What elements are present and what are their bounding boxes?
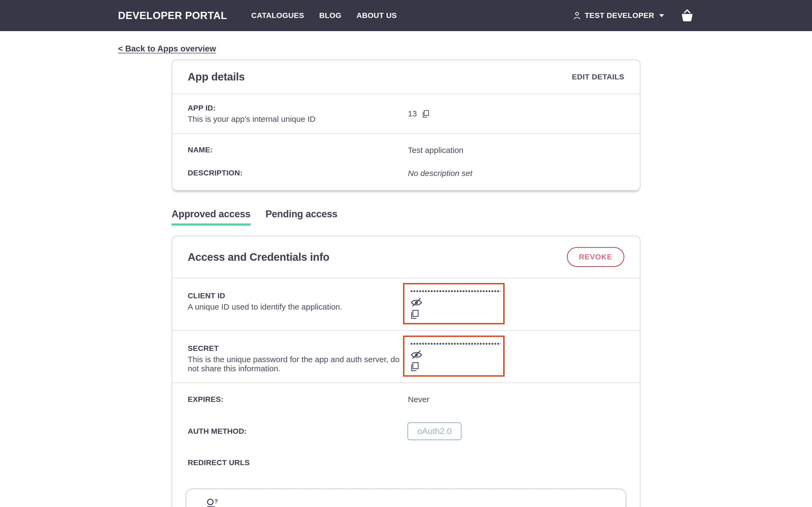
app-id-label-block: APP ID: This is your app's internal uniq… <box>188 104 408 124</box>
navbar-right: TEST DEVELOPER <box>572 9 694 22</box>
auth-method-row: AUTH METHOD: oAuth2.0 <box>172 413 640 449</box>
basket-button[interactable] <box>680 9 694 22</box>
credentials-title: Access and Credentials info <box>188 251 329 263</box>
access-tabs: Approved access Pending access <box>171 209 641 226</box>
client-id-description: A unique ID used to identify the applica… <box>188 302 408 312</box>
secret-masked-value: •••••••••••••••••••••••••••••••• <box>410 340 501 348</box>
app-id-value: 13 <box>408 109 417 118</box>
tab-pending-access[interactable]: Pending access <box>265 209 338 226</box>
brand-logo[interactable]: DEVELOPER PORTAL <box>118 10 227 21</box>
client-id-value-cell: •••••••••••••••••••••••••••••••• <box>408 283 624 324</box>
auth-method-badge: oAuth2.0 <box>407 422 462 440</box>
name-label: NAME: <box>188 146 408 155</box>
edit-details-button[interactable]: EDIT DETAILS <box>572 73 624 81</box>
client-id-masked-value: •••••••••••••••••••••••••••••••• <box>410 288 501 295</box>
name-row: NAME: Test application <box>172 134 640 162</box>
person-at-laptop-icon: ? <box>202 497 610 507</box>
description-value: No description set <box>408 169 624 178</box>
main-content: App details EDIT DETAILS APP ID: This is… <box>171 60 641 507</box>
user-menu-label: TEST DEVELOPER <box>585 11 654 20</box>
user-menu[interactable]: TEST DEVELOPER <box>572 11 664 20</box>
copy-icon[interactable] <box>410 362 498 372</box>
main-nav: CATALOGUES BLOG ABOUT US <box>251 11 397 20</box>
copy-icon[interactable] <box>410 309 498 319</box>
expires-value: Never <box>408 395 624 404</box>
client-id-secret-box: •••••••••••••••••••••••••••••••• <box>403 283 505 324</box>
description-row: DESCRIPTION: No description set <box>172 162 640 190</box>
description-label: DESCRIPTION: <box>188 169 408 178</box>
name-value: Test application <box>408 146 624 155</box>
client-id-label: CLIENT ID <box>188 292 408 300</box>
nav-item-blog[interactable]: BLOG <box>319 11 342 20</box>
expires-row: EXPIRES: Never <box>172 383 640 413</box>
credentials-card: Access and Credentials info REVOKE CLIEN… <box>171 236 641 507</box>
app-id-value-cell: 13 <box>408 104 624 124</box>
person-icon <box>572 11 582 20</box>
auth-method-value-cell: oAuth2.0 <box>408 422 624 440</box>
back-row: < Back to Apps overview <box>118 44 694 54</box>
secret-value-cell: •••••••••••••••••••••••••••••••• <box>408 336 624 377</box>
app-id-label: APP ID: <box>188 104 408 112</box>
client-id-row: CLIENT ID A unique ID used to identify t… <box>172 278 640 331</box>
top-navbar: DEVELOPER PORTAL CATALOGUES BLOG ABOUT U… <box>0 0 812 31</box>
app-details-card: App details EDIT DETAILS APP ID: This is… <box>171 60 641 191</box>
redirect-urls-label: REDIRECT URLS <box>188 458 408 467</box>
client-id-label-block: CLIENT ID A unique ID used to identify t… <box>188 283 408 324</box>
tab-approved-access[interactable]: Approved access <box>171 209 251 226</box>
chevron-down-icon <box>659 14 664 17</box>
app-details-header: App details EDIT DETAILS <box>172 60 640 94</box>
credentials-header: Access and Credentials info REVOKE <box>172 236 640 278</box>
back-to-apps-link[interactable]: < Back to Apps overview <box>118 44 216 53</box>
eye-slash-icon[interactable] <box>410 297 498 307</box>
redirect-urls-row: REDIRECT URLS <box>172 449 640 476</box>
auth-method-label: AUTH METHOD: <box>188 427 408 436</box>
secret-label: SECRET <box>188 344 408 353</box>
secret-row: SECRET This is the unique password for t… <box>172 331 640 383</box>
revoke-button[interactable]: REVOKE <box>567 247 624 267</box>
secret-label-block: SECRET This is the unique password for t… <box>188 336 408 377</box>
app-details-title: App details <box>188 71 245 83</box>
secret-description: This is the unique password for the app … <box>188 355 408 373</box>
how-to-access-panel: ? How to access the API Product(s) Copy … <box>186 489 626 507</box>
secret-secret-box: •••••••••••••••••••••••••••••••• <box>403 336 505 377</box>
nav-item-about-us[interactable]: ABOUT US <box>357 11 397 20</box>
app-id-row: APP ID: This is your app's internal uniq… <box>172 94 640 134</box>
eye-slash-icon[interactable] <box>410 350 498 359</box>
app-id-sublabel: This is your app's internal unique ID <box>188 115 408 124</box>
svg-text:?: ? <box>214 498 218 505</box>
expires-label: EXPIRES: <box>188 395 408 404</box>
navbar-inner: DEVELOPER PORTAL CATALOGUES BLOG ABOUT U… <box>118 9 694 22</box>
copy-icon[interactable] <box>422 110 429 118</box>
nav-item-catalogues[interactable]: CATALOGUES <box>251 11 304 20</box>
